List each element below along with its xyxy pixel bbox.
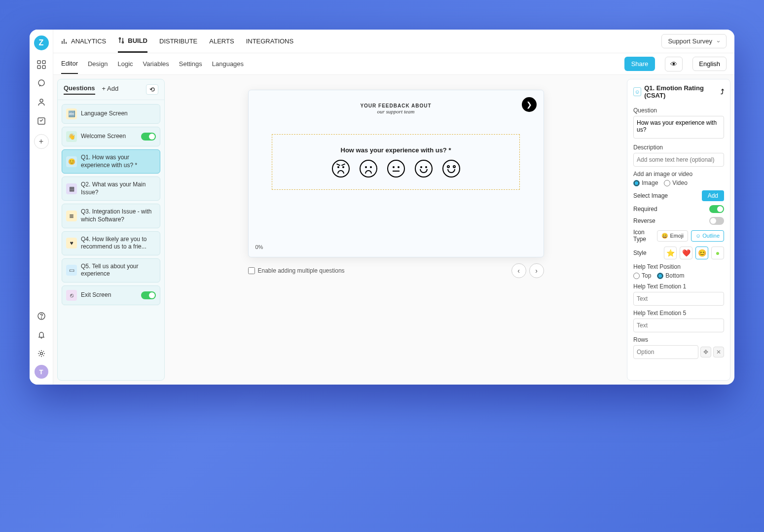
subnav-languages[interactable]: Languages: [212, 54, 244, 73]
nav-build[interactable]: BUILD: [118, 30, 147, 53]
multi-questions-checkbox[interactable]: Enable adding multiple questions: [248, 267, 345, 274]
media-image-radio[interactable]: Image: [633, 179, 658, 186]
question-card-toggle[interactable]: [141, 133, 156, 141]
rows-label: Rows: [633, 336, 724, 343]
preview-button[interactable]: 👁: [665, 57, 683, 71]
question-card-3[interactable]: ▦Q2. What was your Main Issue?: [62, 177, 160, 201]
next-question-button[interactable]: ›: [529, 263, 544, 278]
svg-point-4: [38, 80, 44, 86]
properties-title: Q1. Emotion Rating (CSAT): [644, 84, 718, 99]
add-question-tab[interactable]: + Add: [102, 85, 119, 94]
user-avatar[interactable]: T: [35, 365, 48, 379]
question-card-icon: ≣: [66, 211, 77, 221]
properties-panel: ☺ Q1. Emotion Rating (CSAT) ⤴ Question H…: [627, 79, 730, 381]
question-input[interactable]: How was your experience with us?: [633, 116, 724, 139]
question-card-icon: ▭: [66, 265, 77, 276]
help-position-label: Help Text Position: [633, 263, 724, 270]
nav-analytics[interactable]: ANALYTICS: [61, 31, 106, 52]
help1-input[interactable]: [633, 292, 724, 306]
nav-distribute[interactable]: DISTRIBUTE: [159, 31, 197, 52]
question-card-5[interactable]: ♥Q4. How likely are you to recommend us …: [62, 231, 160, 255]
reset-button[interactable]: ⟲: [146, 84, 158, 95]
icon-type-label: Icon Type: [633, 229, 657, 243]
style-label: Style: [633, 249, 647, 256]
question-card-0[interactable]: 🔤Language Screen: [62, 104, 160, 124]
icon-type-outline[interactable]: ☺ Outline: [691, 230, 724, 242]
question-card-icon: 🔤: [66, 108, 77, 119]
rows-input[interactable]: [633, 345, 698, 359]
left-rail: Z + T: [30, 30, 53, 385]
rail-calendar-icon[interactable]: [34, 113, 49, 128]
style-heart[interactable]: ❤️: [680, 247, 692, 259]
help5-input[interactable]: [633, 319, 724, 332]
progress-indicator: 0%: [255, 244, 263, 250]
face-sad-icon[interactable]: [360, 160, 377, 177]
question-card-2[interactable]: 😊Q1. How was your experience with us? *: [62, 149, 160, 174]
emotion-faces: [292, 160, 499, 177]
row-delete-button[interactable]: ✕: [713, 347, 724, 357]
svg-rect-3: [42, 66, 45, 69]
question-card-6[interactable]: ▭Q5. Tell us about your experience: [62, 258, 160, 283]
rail-settings-icon[interactable]: [34, 346, 49, 361]
canvas-next-button[interactable]: ❯: [522, 97, 537, 112]
canvas-title: YOUR FEEDBACK ABOUT: [360, 103, 431, 108]
nav-alerts[interactable]: ALERTS: [209, 31, 234, 52]
svg-rect-1: [42, 61, 45, 64]
question-card-4[interactable]: ≣Q3. Integration Issue - with which Soft…: [62, 204, 160, 228]
question-card-7[interactable]: ⎋Exit Screen: [62, 285, 160, 305]
media-video-radio[interactable]: Video: [664, 179, 687, 186]
subnav-editor[interactable]: Editor: [61, 54, 78, 74]
question-card-icon: ♥: [66, 238, 77, 248]
face-angry-icon[interactable]: [332, 160, 350, 177]
subnav-logic[interactable]: Logic: [117, 54, 133, 73]
row-drag-handle[interactable]: ✥: [700, 347, 711, 357]
face-happy-icon[interactable]: [415, 160, 433, 177]
style-star[interactable]: ⭐: [664, 247, 677, 259]
style-emoji[interactable]: 😊: [695, 247, 708, 259]
reverse-toggle[interactable]: [709, 217, 724, 225]
svg-point-11: [122, 42, 124, 43]
rail-help-icon[interactable]: [34, 309, 49, 323]
face-neutral-icon[interactable]: [387, 160, 405, 177]
canvas-footer: Enable adding multiple questions ‹ ›: [248, 263, 544, 278]
help5-label: Help Text Emotion 5: [633, 310, 724, 317]
survey-selector[interactable]: Support Survey: [661, 34, 727, 48]
description-input[interactable]: [633, 153, 724, 167]
question-text: How was your experience with us? *: [292, 146, 499, 154]
share-button[interactable]: Share: [624, 57, 655, 71]
rail-notifications-icon[interactable]: [34, 327, 49, 342]
question-card-toggle[interactable]: [141, 291, 156, 299]
required-toggle[interactable]: [709, 205, 724, 213]
top-nav: ANALYTICS BUILD DISTRIBUTE ALERTS INTEGR…: [53, 30, 734, 53]
question-box[interactable]: How was your experience with us? *: [272, 134, 519, 190]
survey-canvas: ❯ YOUR FEEDBACK ABOUT our support team H…: [248, 90, 544, 257]
logic-branch-icon[interactable]: ⤴: [721, 88, 724, 96]
subnav-variables[interactable]: Variables: [143, 54, 169, 73]
rail-chat-icon[interactable]: [34, 76, 49, 91]
app-logo[interactable]: Z: [34, 35, 49, 50]
question-type-icon: ☺: [633, 87, 641, 96]
language-button[interactable]: English: [692, 57, 727, 71]
subnav-settings[interactable]: Settings: [179, 54, 202, 73]
rail-dashboard-icon[interactable]: [34, 57, 49, 72]
rail-add-button[interactable]: +: [34, 134, 49, 149]
nav-integrations[interactable]: INTEGRATIONS: [246, 31, 294, 52]
help-pos-bottom-radio[interactable]: Bottom: [657, 272, 684, 279]
prev-question-button[interactable]: ‹: [511, 263, 526, 278]
style-circle[interactable]: ●: [711, 247, 724, 259]
help1-label: Help Text Emotion 1: [633, 283, 724, 290]
svg-point-8: [41, 318, 41, 319]
help-pos-top-radio[interactable]: Top: [633, 272, 651, 279]
question-card-1[interactable]: 👋Welcome Screen: [62, 127, 160, 146]
sub-nav: Editor Design Logic Variables Settings L…: [53, 53, 734, 75]
rail-user-icon[interactable]: [34, 95, 49, 109]
questions-tab[interactable]: Questions: [64, 84, 95, 95]
icon-type-emoji[interactable]: 😀 Emoji: [657, 230, 688, 242]
face-love-icon[interactable]: [442, 160, 460, 177]
question-card-icon: 😊: [66, 156, 77, 167]
questions-list: 🔤Language Screen👋Welcome Screen😊Q1. How …: [58, 100, 164, 309]
question-card-label: Q1. How was your experience with us? *: [81, 154, 156, 169]
subnav-design[interactable]: Design: [88, 54, 108, 73]
workspace: Questions + Add ⟲ 🔤Language Screen👋Welco…: [53, 75, 734, 385]
add-image-button[interactable]: Add: [702, 190, 724, 201]
